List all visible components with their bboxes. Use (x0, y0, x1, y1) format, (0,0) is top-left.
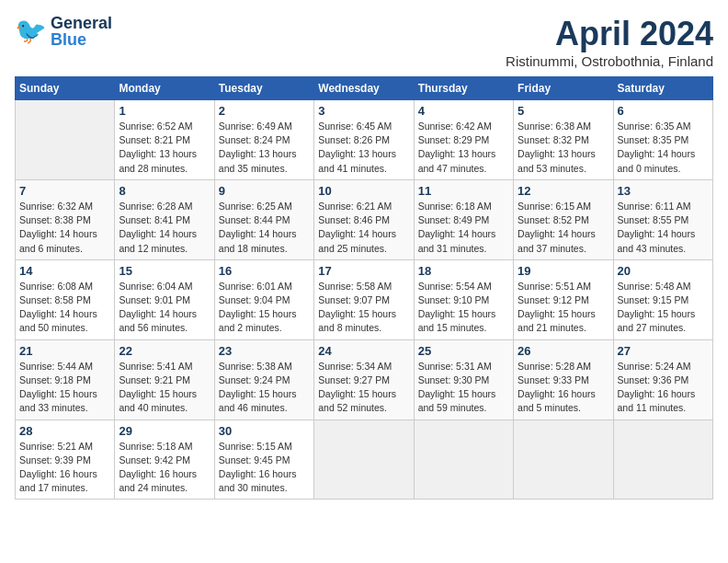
calendar-cell (16, 100, 115, 180)
calendar-cell: 18Sunrise: 5:54 AM Sunset: 9:10 PM Dayli… (414, 259, 513, 339)
calendar-cell: 1Sunrise: 6:52 AM Sunset: 8:21 PM Daylig… (115, 100, 214, 180)
day-detail: Sunrise: 6:52 AM Sunset: 8:21 PM Dayligh… (119, 120, 210, 176)
calendar-week-row: 28Sunrise: 5:21 AM Sunset: 9:39 PM Dayli… (16, 419, 713, 500)
weekday-header: Friday (514, 77, 613, 100)
day-number: 18 (418, 264, 509, 278)
day-detail: Sunrise: 5:48 AM Sunset: 9:15 PM Dayligh… (618, 280, 709, 336)
day-number: 13 (618, 184, 709, 198)
calendar-cell: 10Sunrise: 6:21 AM Sunset: 8:46 PM Dayli… (314, 179, 414, 259)
calendar-week-row: 1Sunrise: 6:52 AM Sunset: 8:21 PM Daylig… (16, 100, 713, 180)
day-number: 28 (19, 424, 110, 438)
day-detail: Sunrise: 6:15 AM Sunset: 8:52 PM Dayligh… (518, 200, 609, 256)
day-number: 5 (518, 104, 609, 118)
day-detail: Sunrise: 5:44 AM Sunset: 9:18 PM Dayligh… (19, 360, 110, 416)
day-detail: Sunrise: 6:18 AM Sunset: 8:49 PM Dayligh… (418, 200, 509, 256)
day-detail: Sunrise: 6:35 AM Sunset: 8:35 PM Dayligh… (618, 120, 709, 176)
day-detail: Sunrise: 6:01 AM Sunset: 9:04 PM Dayligh… (219, 280, 310, 336)
calendar-cell: 5Sunrise: 6:38 AM Sunset: 8:32 PM Daylig… (514, 100, 613, 180)
day-number: 17 (318, 264, 409, 278)
day-number: 22 (119, 344, 210, 358)
weekday-header: Sunday (16, 77, 115, 100)
day-detail: Sunrise: 5:38 AM Sunset: 9:24 PM Dayligh… (219, 360, 310, 416)
calendar-cell: 20Sunrise: 5:48 AM Sunset: 9:15 PM Dayli… (613, 259, 712, 339)
day-number: 12 (518, 184, 609, 198)
calendar-cell: 29Sunrise: 5:18 AM Sunset: 9:42 PM Dayli… (115, 419, 214, 500)
location-text: Ristinummi, Ostrobothnia, Finland (506, 53, 713, 69)
day-detail: Sunrise: 6:42 AM Sunset: 8:29 PM Dayligh… (418, 120, 509, 176)
day-detail: Sunrise: 5:28 AM Sunset: 9:33 PM Dayligh… (518, 360, 609, 416)
day-number: 4 (418, 104, 509, 118)
day-number: 29 (119, 424, 210, 438)
day-detail: Sunrise: 5:31 AM Sunset: 9:30 PM Dayligh… (418, 360, 509, 416)
day-detail: Sunrise: 6:45 AM Sunset: 8:26 PM Dayligh… (318, 120, 409, 176)
day-number: 7 (19, 184, 110, 198)
calendar-cell: 9Sunrise: 6:25 AM Sunset: 8:44 PM Daylig… (214, 179, 313, 259)
day-number: 27 (618, 344, 709, 358)
calendar-cell: 15Sunrise: 6:04 AM Sunset: 9:01 PM Dayli… (115, 259, 214, 339)
day-number: 20 (618, 264, 709, 278)
calendar-cell (613, 419, 712, 500)
logo-name: General Blue (51, 15, 112, 48)
calendar-cell (414, 419, 513, 500)
calendar-cell: 3Sunrise: 6:45 AM Sunset: 8:26 PM Daylig… (314, 100, 414, 180)
calendar-cell: 7Sunrise: 6:32 AM Sunset: 8:38 PM Daylig… (16, 179, 115, 259)
calendar-table: SundayMondayTuesdayWednesdayThursdayFrid… (15, 76, 713, 500)
calendar-cell: 25Sunrise: 5:31 AM Sunset: 9:30 PM Dayli… (414, 339, 513, 419)
title-block: April 2024 Ristinummi, Ostrobothnia, Fin… (506, 15, 713, 69)
day-detail: Sunrise: 6:11 AM Sunset: 8:55 PM Dayligh… (618, 200, 709, 256)
day-number: 2 (219, 104, 310, 118)
calendar-cell: 30Sunrise: 5:15 AM Sunset: 9:45 PM Dayli… (214, 419, 313, 500)
calendar-cell (314, 419, 414, 500)
day-detail: Sunrise: 6:38 AM Sunset: 8:32 PM Dayligh… (518, 120, 609, 176)
calendar-week-row: 14Sunrise: 6:08 AM Sunset: 8:58 PM Dayli… (16, 259, 713, 339)
calendar-cell: 21Sunrise: 5:44 AM Sunset: 9:18 PM Dayli… (16, 339, 115, 419)
day-number: 19 (518, 264, 609, 278)
day-number: 26 (518, 344, 609, 358)
day-number: 23 (219, 344, 310, 358)
day-number: 15 (119, 264, 210, 278)
day-detail: Sunrise: 5:41 AM Sunset: 9:21 PM Dayligh… (119, 360, 210, 416)
calendar-cell: 26Sunrise: 5:28 AM Sunset: 9:33 PM Dayli… (514, 339, 613, 419)
day-detail: Sunrise: 5:58 AM Sunset: 9:07 PM Dayligh… (318, 280, 409, 336)
page-header: 🐦 General Blue April 2024 Ristinummi, Os… (15, 15, 713, 69)
calendar-cell: 13Sunrise: 6:11 AM Sunset: 8:55 PM Dayli… (613, 179, 712, 259)
logo-general-text: General (51, 15, 112, 31)
calendar-cell (514, 419, 613, 500)
day-number: 14 (19, 264, 110, 278)
calendar-week-row: 21Sunrise: 5:44 AM Sunset: 9:18 PM Dayli… (16, 339, 713, 419)
day-detail: Sunrise: 5:34 AM Sunset: 9:27 PM Dayligh… (318, 360, 409, 416)
day-number: 24 (318, 344, 409, 358)
calendar-cell: 6Sunrise: 6:35 AM Sunset: 8:35 PM Daylig… (613, 100, 712, 180)
day-detail: Sunrise: 6:08 AM Sunset: 8:58 PM Dayligh… (19, 280, 110, 336)
calendar-cell: 14Sunrise: 6:08 AM Sunset: 8:58 PM Dayli… (16, 259, 115, 339)
day-number: 21 (19, 344, 110, 358)
day-detail: Sunrise: 5:24 AM Sunset: 9:36 PM Dayligh… (618, 360, 709, 416)
calendar-cell: 4Sunrise: 6:42 AM Sunset: 8:29 PM Daylig… (414, 100, 513, 180)
calendar-week-row: 7Sunrise: 6:32 AM Sunset: 8:38 PM Daylig… (16, 179, 713, 259)
day-detail: Sunrise: 5:15 AM Sunset: 9:45 PM Dayligh… (219, 440, 310, 496)
calendar-cell: 22Sunrise: 5:41 AM Sunset: 9:21 PM Dayli… (115, 339, 214, 419)
day-number: 30 (219, 424, 310, 438)
logo-bird-icon: 🐦 (15, 18, 47, 44)
calendar-cell: 17Sunrise: 5:58 AM Sunset: 9:07 PM Dayli… (314, 259, 414, 339)
day-detail: Sunrise: 6:21 AM Sunset: 8:46 PM Dayligh… (318, 200, 409, 256)
calendar-cell: 8Sunrise: 6:28 AM Sunset: 8:41 PM Daylig… (115, 179, 214, 259)
day-number: 10 (318, 184, 409, 198)
calendar-cell: 27Sunrise: 5:24 AM Sunset: 9:36 PM Dayli… (613, 339, 712, 419)
month-title: April 2024 (506, 15, 713, 53)
calendar-cell: 24Sunrise: 5:34 AM Sunset: 9:27 PM Dayli… (314, 339, 414, 419)
calendar-cell: 23Sunrise: 5:38 AM Sunset: 9:24 PM Dayli… (214, 339, 313, 419)
calendar-cell: 28Sunrise: 5:21 AM Sunset: 9:39 PM Dayli… (16, 419, 115, 500)
calendar-cell: 12Sunrise: 6:15 AM Sunset: 8:52 PM Dayli… (514, 179, 613, 259)
calendar-cell: 11Sunrise: 6:18 AM Sunset: 8:49 PM Dayli… (414, 179, 513, 259)
day-detail: Sunrise: 6:04 AM Sunset: 9:01 PM Dayligh… (119, 280, 210, 336)
weekday-header: Wednesday (314, 77, 414, 100)
weekday-header: Thursday (414, 77, 513, 100)
weekday-header: Tuesday (214, 77, 313, 100)
day-number: 16 (219, 264, 310, 278)
logo-blue-text: Blue (51, 31, 112, 48)
day-number: 9 (219, 184, 310, 198)
day-detail: Sunrise: 5:18 AM Sunset: 9:42 PM Dayligh… (119, 440, 210, 496)
day-detail: Sunrise: 6:49 AM Sunset: 8:24 PM Dayligh… (219, 120, 310, 176)
day-number: 8 (119, 184, 210, 198)
